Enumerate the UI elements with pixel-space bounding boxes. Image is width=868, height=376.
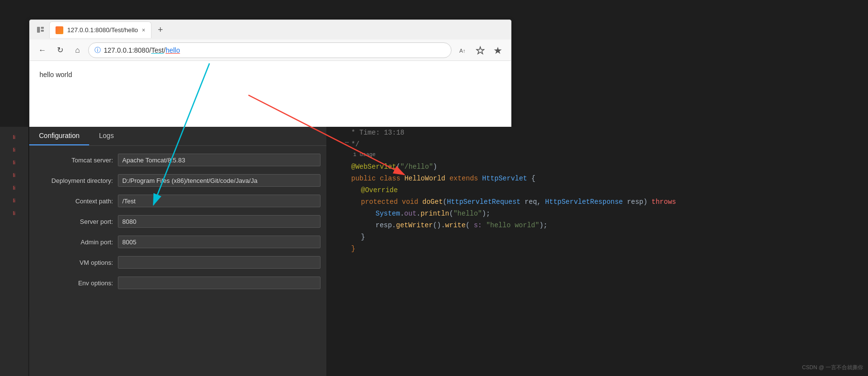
tab-bar: 127.0.0.1:8080/Test/hello × + [30,20,511,40]
comment-time: * Time: 13:18 [351,127,868,138]
config-content: Tomcat server: Deployment directory: Con… [29,146,326,297]
address-test: Test [151,46,164,54]
context-path-input[interactable] [118,195,321,207]
sidebar-toggle-icon[interactable] [34,23,47,37]
tab-configuration[interactable]: Configuration [29,127,89,145]
admin-port-row: Admin port: [29,232,326,252]
code-line-comment1: * Time: 13:18 [324,127,868,139]
closing-brace-outer: } [351,243,868,254]
sidebar-icon-2: li [4,144,24,155]
code-line-method: protected void doGet(HttpServletRequest … [324,196,868,208]
code-line-annotation: @WebServlet("/hello") [324,161,868,173]
write-statement: resp.getWriter().write( s: "hello world"… [376,220,868,231]
tab-configuration-label: Configuration [39,132,79,139]
collections-button[interactable] [491,43,505,58]
comment-close: */ [351,139,868,150]
watermark-text: CSDN @ 一言不合就撕你 [802,364,863,370]
sidebar-icons: li li li li li li li [0,127,28,376]
tab-logs[interactable]: Logs [89,127,123,145]
context-path-label: Context path: [35,198,113,205]
println-statement: System.out.println("hello"); [376,208,868,219]
vm-options-row: VM options: [29,252,326,273]
config-panel: Configuration Logs Tomcat server: Deploy… [29,127,326,376]
sidebar-icon-5: li [4,182,24,193]
tab-favicon [56,26,63,34]
annotation-webservlet: @WebServlet("/hello") [351,161,868,172]
address-hello: hello [166,46,180,54]
deployment-dir-input[interactable] [118,174,321,187]
address-text: 127.0.0.1:8080/Test/hello [104,46,445,54]
server-port-row: Server port: [29,211,326,232]
context-path-row: Context path: [29,191,326,211]
active-tab[interactable]: 127.0.0.1:8080/Test/hello × [49,21,151,38]
usage-badge: 1 usage [351,151,377,158]
vm-options-input[interactable] [118,256,321,269]
tomcat-server-label: Tomcat server: [35,157,113,164]
deployment-dir-row: Deployment directory: [29,170,326,191]
code-line-class-decl: public class HelloWorld extends HttpServ… [324,173,868,184]
class-declaration: public class HelloWorld extends HttpServ… [351,173,868,184]
back-button[interactable]: ← [36,43,49,57]
code-line-comment2: */ [324,139,868,150]
sidebar-icon-7: li [4,208,24,218]
method-declaration: protected void doGet(HttpServletRequest … [361,197,868,207]
deployment-dir-label: Deployment directory: [35,177,113,184]
code-line-usage: 1 usage [324,150,868,161]
env-options-row: Env options: [29,273,326,293]
favorites-button[interactable] [473,43,488,58]
override-annotation: @Override [361,185,868,196]
new-tab-button[interactable]: + [153,23,167,37]
vm-options-label: VM options: [35,259,113,266]
code-line-override: @Override [324,184,868,196]
env-options-label: Env options: [35,279,113,287]
sidebar-icon-4: li [4,170,24,180]
code-editor: * Time: 13:18 */ 1 usage @WebServlet("/h… [324,127,868,376]
sidebar-icon-3: li [4,157,24,168]
right-nav-icons: A↑ [455,43,505,58]
sidebar-icon-6: li [4,195,24,206]
tomcat-server-input[interactable] [118,154,321,166]
address-info-icon[interactable]: ⓘ [94,46,101,55]
code-line-brace1: } [324,231,868,243]
svg-rect-1 [41,27,44,29]
code-line-write: resp.getWriter().write( s: "hello world"… [324,219,868,231]
address-bar[interactable]: ⓘ 127.0.0.1:8080/Test/hello [88,42,452,58]
svg-rect-0 [37,27,40,33]
server-port-input[interactable] [118,215,321,228]
server-port-label: Server port: [35,218,113,225]
home-button[interactable]: ⌂ [71,43,84,57]
tab-logs-label: Logs [99,132,113,139]
code-line-println: System.out.println("hello"); [324,208,868,219]
svg-text:A↑: A↑ [459,48,466,54]
tomcat-server-row: Tomcat server: [29,150,326,170]
tab-title: 127.0.0.1:8080/Test/hello [67,26,138,34]
env-options-input[interactable] [118,277,321,289]
closing-brace-inner: } [361,232,868,242]
config-tabs: Configuration Logs [29,127,326,146]
reload-button[interactable]: ↻ [53,43,67,57]
address-domain: 127.0.0.1:8080/ [104,46,151,54]
svg-rect-2 [41,30,44,32]
admin-port-label: Admin port: [35,238,113,246]
tab-close-button[interactable]: × [142,27,145,34]
hello-world-text: hello world [39,71,72,79]
sidebar-icon-1: li [4,132,24,142]
admin-port-input[interactable] [118,236,321,248]
watermark: CSDN @ 一言不合就撕你 [802,364,863,371]
navigation-bar: ← ↻ ⌂ ⓘ 127.0.0.1:8080/Test/hello A↑ [30,40,511,61]
code-line-brace2: } [324,243,868,255]
read-aloud-button[interactable]: A↑ [455,43,470,58]
